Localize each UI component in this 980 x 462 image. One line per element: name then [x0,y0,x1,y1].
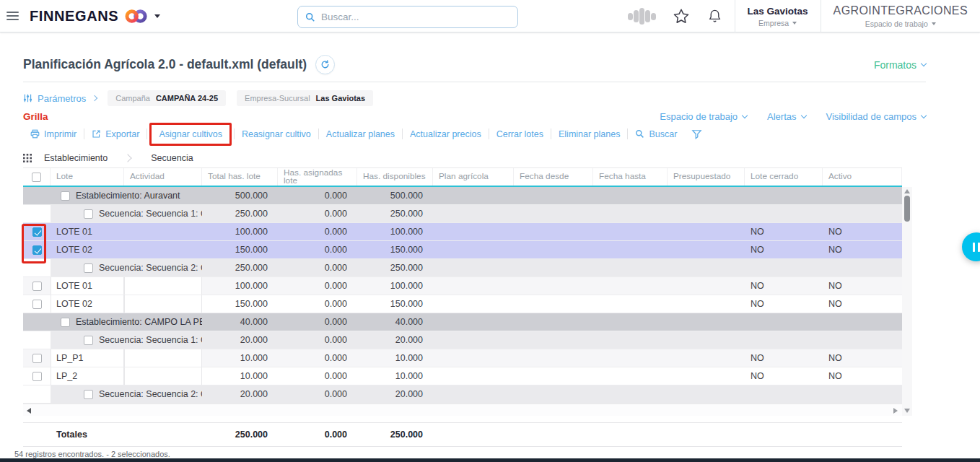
table-row[interactable]: LOTE 02150.0000.000150.000NONO [23,241,902,259]
filter-button[interactable] [684,125,709,144]
quick-link-visibilidad-de-campos[interactable]: Visibilidad de campos [826,111,927,122]
table-row[interactable]: LOTE 01100.0000.000100.000NONO [23,277,902,295]
bell-icon[interactable] [706,0,723,32]
group-label-cell[interactable]: Secuencia: Secuencia 1: Cultiv [51,205,202,222]
cell-lote[interactable]: LOTE 02 [51,295,124,313]
apps-blob-icon[interactable] [628,0,656,32]
toolbar-button-asignar-cultivos[interactable]: Asignar cultivos [149,123,232,146]
column-header-fecha-desde[interactable]: Fecha desde [514,168,593,186]
grilla-tab[interactable]: Grilla [23,111,48,122]
group-checkbox[interactable] [84,209,93,219]
cell-plan-agricola [433,277,514,295]
group-label: Secuencia: Secuencia 1: Cultiv [99,209,202,219]
toolbar-button-eliminar-planes[interactable]: Eliminar planes [551,125,627,144]
table-row[interactable]: Secuencia: Secuencia 2: Cultiv250.0000.0… [23,259,902,277]
chip-empresa-sucursal[interactable]: Empresa-Sucursal Las Gaviotas [237,90,373,106]
formatos-dropdown[interactable]: Formatos [874,59,926,71]
table-row[interactable]: LP_P110.0000.00010.000NONO [23,349,902,367]
toolbar-button-reasignar-cultivo[interactable]: Reasignar cultivo [235,125,318,144]
cell-actividad[interactable] [124,367,202,385]
group-checkbox[interactable] [61,318,70,327]
column-header-total-has-lote[interactable]: Total has. lote [202,168,278,186]
column-header-lote-cerrado[interactable]: Lote cerrado [745,168,823,186]
chip-campana[interactable]: Campaña CAMPAÑA 24-25 [108,90,226,106]
cell-actividad[interactable] [124,277,202,295]
group-label-cell[interactable]: Establecimiento: CAMPO LA PERLA [51,313,202,331]
search-input[interactable] [321,12,510,22]
toolbar-button-imprimir[interactable]: Imprimir [23,125,84,144]
cell-lote[interactable]: LOTE 01 [51,277,124,295]
horizontal-scrollbar[interactable] [23,404,902,416]
column-header-lote[interactable]: Lote [51,168,124,186]
table-row[interactable]: LP_210.0000.00010.000NONO [23,367,902,385]
scroll-down-arrow-icon[interactable] [904,409,910,413]
row-checkbox[interactable] [32,227,42,237]
cell-lote[interactable]: LP_P1 [51,349,124,367]
toolbar-button-actualizar-precios[interactable]: Actualizar precios [403,125,489,144]
scroll-up-arrow-icon[interactable] [904,189,910,193]
row-checkbox[interactable] [32,372,42,381]
column-header-presupuestado[interactable]: Presupuestado [668,168,745,186]
group-label-cell[interactable]: Secuencia: Secuencia 1: Cultiv [51,331,202,349]
hamburger-menu-icon[interactable] [6,12,19,20]
table-row[interactable]: LOTE 02150.0000.000150.000NONO [23,295,902,313]
cell-lote[interactable]: LP_2 [51,367,124,385]
group-chip-establecimiento[interactable]: Establecimiento [40,153,112,163]
scroll-right-arrow-icon[interactable] [893,408,898,414]
column-header-actividad[interactable]: Actividad [124,168,202,186]
row-checkbox[interactable] [32,245,42,255]
star-icon[interactable] [672,0,691,32]
table-row[interactable]: Secuencia: Secuencia 2: Cultiv20.0000.00… [23,385,902,404]
cell-activo: NO [823,223,902,240]
toolbar-button-actualizar-planes[interactable]: Actualizar planes [319,125,402,144]
cell-actividad[interactable] [124,223,202,240]
refresh-button[interactable] [315,55,335,74]
table-row[interactable]: Secuencia: Secuencia 1: Cultiv20.0000.00… [23,331,902,349]
brand-caret-icon[interactable] [154,14,160,18]
group-chip-secuencia[interactable]: Secuencia [146,153,197,163]
cell-actividad[interactable] [124,295,202,313]
column-header-fecha-hasta[interactable]: Fecha hasta [593,168,668,186]
company-selector[interactable]: Las Gaviotas Empresa [735,0,821,32]
cell-has-asignadas-lote: 0.000 [278,349,357,367]
group-checkbox[interactable] [84,390,93,399]
table-row[interactable]: Establecimiento: Auravant500.0000.000500… [23,187,902,205]
parametros-link[interactable]: Parámetros [23,93,97,104]
table-row[interactable]: Secuencia: Secuencia 1: Cultiv250.0000.0… [23,205,902,223]
group-checkbox[interactable] [61,191,70,201]
column-header-has-asignadas-lote[interactable]: Has. asignadas lote [278,168,357,186]
cell-actividad[interactable] [124,349,202,367]
toolbar-button-buscar[interactable]: Buscar [628,125,684,144]
column-header-activo[interactable]: Activo [823,168,902,186]
table-row[interactable]: LOTE 01100.0000.000100.000NONO [23,223,902,241]
quick-link-espacio-de-trabajo[interactable]: Espacio de trabajo [660,111,747,122]
scrollbar-thumb[interactable] [904,196,910,222]
toolbar-button-cerrar-lotes[interactable]: Cerrar lotes [489,125,551,144]
workspace-selector[interactable]: AGROINTEGRACIONES Espacio de trabajo [821,0,980,32]
cell-actividad[interactable] [124,241,202,258]
toolbar-button-exportar[interactable]: Exportar [84,125,146,144]
cell-fecha-hasta [593,313,668,331]
cell-lote[interactable]: LOTE 01 [51,223,124,240]
brand-logo-text[interactable]: FINNEGANS [30,8,118,25]
scroll-left-arrow-icon[interactable] [27,408,31,414]
column-header-has-disponibles[interactable]: Has. disponibles [357,168,433,186]
row-checkbox[interactable] [32,300,42,309]
column-header-plan-agr-cola[interactable]: Plan agrícola [433,168,514,186]
toolbar-separator [146,128,147,139]
cell-lote[interactable]: LOTE 02 [51,241,124,258]
group-checkbox[interactable] [84,263,93,273]
group-label-cell[interactable]: Secuencia: Secuencia 2: Cultiv [51,259,202,276]
group-checkbox[interactable] [84,336,93,345]
global-search-box[interactable] [297,6,518,28]
grid-dots-icon[interactable] [23,154,32,162]
vertical-scrollbar[interactable] [902,187,912,416]
row-checkbox[interactable] [32,282,42,291]
quick-link-alertas[interactable]: Alertas [767,111,805,122]
cell-has-disponibles: 150.000 [357,295,433,313]
group-label-cell[interactable]: Secuencia: Secuencia 2: Cultiv [51,385,202,403]
table-row[interactable]: Establecimiento: CAMPO LA PERLA40.0000.0… [23,313,902,331]
select-all-checkbox[interactable] [32,173,41,182]
row-checkbox[interactable] [32,354,42,363]
group-label-cell[interactable]: Establecimiento: Auravant [51,187,202,204]
